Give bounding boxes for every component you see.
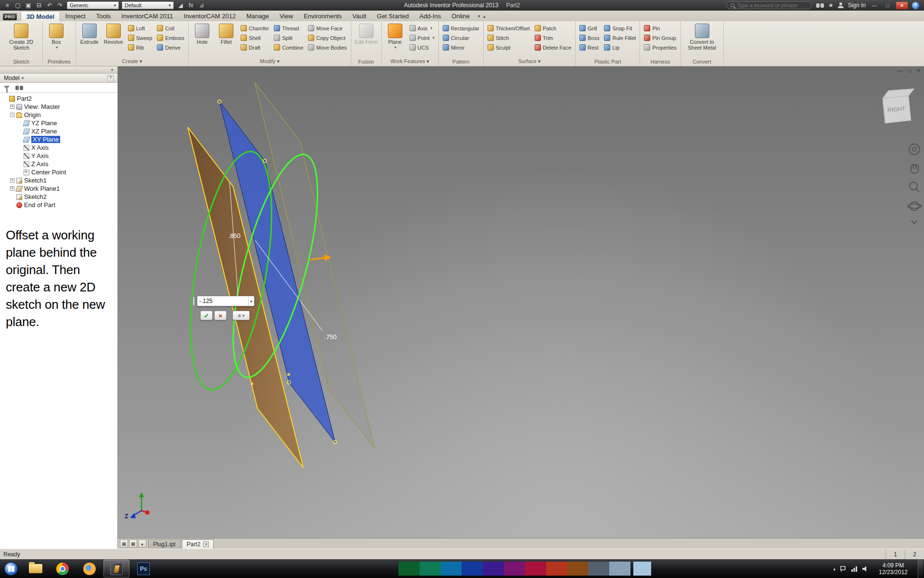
ribbon-button-axis[interactable]: Axis▾ — [408, 24, 436, 33]
ribbon-button-thread[interactable]: Thread — [272, 24, 305, 33]
help-search-box[interactable] — [726, 1, 812, 9]
minimize-document-icon[interactable]: — — [897, 67, 902, 73]
help-icon[interactable]: ? — [912, 2, 919, 9]
show-desktop-button[interactable] — [918, 559, 923, 578]
ribbon-button-ucs[interactable]: UCS — [408, 43, 436, 52]
maximize-window-button[interactable]: □ — [883, 2, 892, 8]
ribbon-button-circular[interactable]: Circular — [441, 33, 481, 42]
ribbon-options-icon[interactable]: ▾ — [478, 13, 480, 19]
ribbon-button-pin-group[interactable]: Pin Group — [642, 33, 678, 42]
value-spinner-icon[interactable]: ▸ — [248, 296, 254, 306]
ribbon-button-lip[interactable]: Lip — [602, 43, 638, 52]
taskbar-item-inventor[interactable] — [103, 560, 129, 578]
tree-item-sketch1[interactable]: +Sketch1 — [1, 176, 117, 184]
cancel-offset-button[interactable]: × — [214, 311, 227, 320]
ribbon-button-patch[interactable]: Patch — [533, 24, 573, 33]
ribbon-button-chamfer[interactable]: Chamfer — [239, 24, 271, 33]
tree-item-part2[interactable]: Part2 — [1, 94, 117, 103]
offset-value-input[interactable] — [197, 298, 248, 304]
tab-add-ins[interactable]: Add-Ins — [414, 11, 447, 21]
taskbar-clock[interactable]: 4:09 PM 12/23/2012 — [873, 562, 913, 576]
binoculars-icon[interactable] — [816, 3, 820, 8]
ribbon-button-box[interactable]: Box▾ — [45, 22, 68, 51]
tree-item-end-of-part[interactable]: End of Part — [1, 201, 117, 209]
ribbon-minimize-icon[interactable]: ▴ — [483, 13, 486, 19]
document-tab-part2[interactable]: Part2× — [182, 539, 214, 549]
tree-item-center-point[interactable]: Center Point — [1, 168, 117, 176]
redo-icon[interactable]: ↷ — [55, 1, 65, 10]
minimize-window-button[interactable]: — — [870, 2, 879, 8]
restore-document-icon[interactable]: □ — [908, 67, 911, 73]
tab-tools[interactable]: Tools — [91, 11, 116, 21]
tab-vault[interactable]: Vault — [347, 11, 372, 21]
ribbon-button-move-bodies[interactable]: Move Bodies — [306, 43, 349, 52]
ribbon-button-grill[interactable]: Grill — [578, 24, 601, 33]
ribbon-button-extrude[interactable]: Extrude — [78, 22, 101, 45]
ribbon-button-pin[interactable]: Pin — [642, 24, 678, 33]
taskbar-item-chrome[interactable] — [50, 560, 76, 578]
ribbon-button-sweep[interactable]: Sweep — [126, 33, 154, 42]
ribbon-button-copy-object[interactable]: Copy Object — [306, 33, 349, 42]
taskbar-thumbnail-strip[interactable] — [398, 562, 630, 576]
ribbon-button-snap-fit[interactable]: Snap Fit — [602, 24, 638, 33]
navigation-bar[interactable] — [908, 144, 921, 223]
sign-in-link[interactable]: Sign In — [848, 2, 866, 9]
close-window-button[interactable]: × — [896, 2, 908, 9]
save-icon[interactable]: ▣ — [24, 1, 33, 10]
find-icon[interactable] — [15, 86, 19, 90]
ribbon-button-rule-fillet[interactable]: Rule Fillet — [602, 33, 638, 42]
taskbar-item-explorer[interactable] — [23, 560, 49, 578]
expander-icon[interactable]: + — [10, 186, 14, 191]
appearance-adjust-icon[interactable]: ◢ — [176, 1, 185, 10]
ribbon-button-edit-form[interactable]: Edit Form — [353, 22, 379, 45]
ribbon-button-stitch[interactable]: Stitch — [486, 33, 532, 42]
taskbar-item-photoshop[interactable]: Ps — [130, 560, 156, 578]
tab-3d-model[interactable]: 3D Model — [21, 11, 60, 21]
tree-item-xz-plane[interactable]: XZ Plane — [1, 127, 117, 135]
ribbon-button-shell[interactable]: Shell — [239, 33, 271, 42]
tree-item-y-axis[interactable]: Y Axis — [1, 152, 117, 160]
action-center-icon[interactable] — [840, 565, 847, 572]
favorites-star-icon[interactable]: ★ — [828, 2, 834, 9]
taskbar-item-firefox[interactable] — [77, 560, 103, 578]
expand-tabs-icon[interactable]: ▴ — [138, 539, 146, 548]
tree-item-z-axis[interactable]: Z Axis — [1, 160, 117, 168]
tab-online[interactable]: Online — [446, 11, 475, 21]
view-cube[interactable]: RIGHT — [883, 89, 914, 123]
ribbon-button-point[interactable]: Point▾ — [408, 33, 436, 42]
ribbon-button-create-2d-sketch[interactable]: Create 2D Sketch — [2, 22, 40, 51]
tree-item-view-master[interactable]: +View: Master — [1, 103, 117, 111]
new-file-icon[interactable]: ▢ — [13, 1, 23, 10]
mini-toolbar-options-button[interactable]: ≡ ▾ — [232, 311, 250, 320]
taskbar-thumbnail-light[interactable] — [633, 562, 651, 576]
tree-item-x-axis[interactable]: X Axis — [1, 144, 117, 152]
parameters-fx-icon[interactable]: fx — [186, 1, 196, 10]
ribbon-button-split[interactable]: Split — [272, 33, 305, 42]
graphics-viewport[interactable]: — □ × — [118, 66, 924, 549]
ribbon-button-thicken-offset[interactable]: Thicken/Offset — [486, 24, 532, 33]
ribbon-button-rest[interactable]: Rest — [578, 43, 601, 52]
filter-icon[interactable] — [4, 86, 10, 90]
ribbon-button-move-face[interactable]: Move Face — [306, 24, 349, 33]
measure-icon[interactable]: ⊿ — [197, 1, 206, 10]
browser-header[interactable]: Model ▾ ? — [0, 74, 117, 83]
ribbon-button-fillet[interactable]: Fillet — [215, 22, 238, 45]
ribbon-button-trim[interactable]: Trim — [533, 33, 573, 42]
close-document-icon[interactable]: × — [917, 67, 920, 73]
undo-icon[interactable]: ↶ — [45, 1, 54, 10]
ribbon-button-delete-face[interactable]: Delete Face — [533, 43, 573, 52]
close-panel-icon[interactable]: × — [109, 67, 116, 73]
tree-item-origin[interactable]: −Origin — [1, 111, 117, 119]
tree-item-yz-plane[interactable]: YZ Plane — [1, 119, 117, 127]
tree-item-xy-plane[interactable]: XY Plane — [1, 135, 117, 144]
tab-inventorcam-2011[interactable]: InventorCAM 2011 — [116, 11, 178, 21]
ribbon-button-emboss[interactable]: Emboss — [155, 33, 186, 42]
appearance-dropdown[interactable]: Default ▾ — [122, 1, 174, 9]
print-icon[interactable]: ⊟ — [34, 1, 44, 10]
tab-inventorcam-2012[interactable]: InventorCAM 2012 — [179, 11, 241, 21]
expander-icon[interactable]: + — [10, 105, 14, 109]
tile-windows-icon[interactable]: ▦ — [129, 539, 137, 548]
ribbon-button-sculpt[interactable]: Sculpt — [486, 43, 532, 52]
expander-icon[interactable]: + — [10, 178, 14, 183]
ribbon-button-hole[interactable]: Hole — [191, 22, 214, 45]
